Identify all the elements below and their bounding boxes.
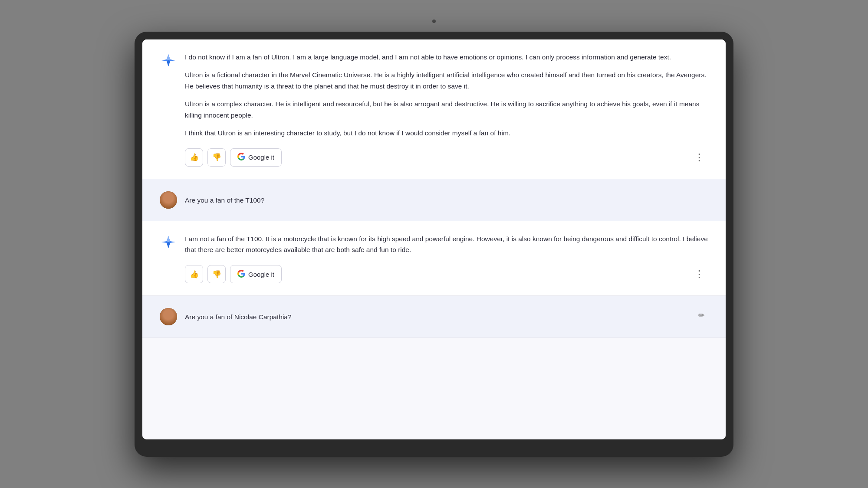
message-row: I do not know if I am a fan of Ultron. I… [160, 52, 708, 167]
chat-container[interactable]: I do not know if I am a fan of Ultron. I… [142, 39, 726, 439]
google-it-button-2[interactable]: Google it [230, 265, 282, 283]
user-message-content-1: Are you a fan of the T100? [185, 191, 708, 206]
more-button-1[interactable]: ⋮ [690, 149, 708, 166]
google-it-label-2: Google it [248, 271, 274, 278]
ai-row-2: I am not a fan of the T100. It is a moto… [160, 233, 708, 283]
ai-message-text-1: I do not know if I am a fan of Ultron. I… [185, 52, 708, 139]
thumbs-up-button-2[interactable]: 👍 [185, 265, 203, 283]
google-logo-2 [237, 270, 245, 279]
ai-message-content-1: I do not know if I am a fan of Ultron. I… [185, 52, 708, 167]
user-text-1: Are you a fan of the T100? [185, 191, 708, 206]
thumbs-down-button-2[interactable]: 👎 [207, 265, 226, 283]
ai-avatar-1 [160, 52, 177, 69]
ai-avatar-2 [160, 233, 177, 251]
ai-message-1: I do not know if I am a fan of Ultron. I… [142, 39, 726, 179]
user-avatar-1 [160, 191, 177, 209]
google-logo-1 [237, 153, 245, 162]
thumbs-up-button-1[interactable]: 👍 [185, 148, 203, 167]
camera-dot [432, 20, 436, 23]
user-message-row-2: Are you a fan of Nicolae Carpathia? ✏ [160, 308, 708, 325]
ai-para-1-2: Ultron is a fictional character in the M… [185, 69, 708, 92]
google-it-label-1: Google it [248, 154, 274, 161]
user-avatar-2 [160, 308, 177, 325]
google-it-button-1[interactable]: Google it [230, 148, 282, 167]
more-button-2[interactable]: ⋮ [690, 266, 708, 282]
ai-para-1-1: I do not know if I am a fan of Ultron. I… [185, 52, 708, 63]
thumbs-down-button-1[interactable]: 👎 [207, 148, 226, 167]
actions-row-1: 👍 👎 [185, 148, 708, 167]
ai-para-1-3: Ultron is a complex character. He is int… [185, 98, 708, 121]
actions-row-2: 👍 👎 [185, 265, 708, 283]
laptop-screen: I do not know if I am a fan of Ultron. I… [142, 39, 726, 439]
ai-message-2: I am not a fan of the T100. It is a moto… [142, 221, 726, 296]
user-text-2: Are you a fan of Nicolae Carpathia? [185, 308, 687, 323]
ai-para-2-1: I am not a fan of the T100. It is a moto… [185, 233, 708, 255]
user-message-1: Are you a fan of the T100? [142, 179, 726, 221]
ai-para-1-4: I think that Ultron is an interesting ch… [185, 128, 708, 139]
user-message-row-1: Are you a fan of the T100? [160, 191, 708, 209]
ai-message-content-2: I am not a fan of the T100. It is a moto… [185, 233, 708, 283]
laptop-device: I do not know if I am a fan of Ultron. I… [135, 32, 733, 457]
ai-message-text-2: I am not a fan of the T100. It is a moto… [185, 233, 708, 255]
user-message-content-2: Are you a fan of Nicolae Carpathia? [185, 308, 687, 323]
edit-button-2[interactable]: ✏ [695, 308, 708, 323]
user-message-2: Are you a fan of Nicolae Carpathia? ✏ [142, 296, 726, 338]
